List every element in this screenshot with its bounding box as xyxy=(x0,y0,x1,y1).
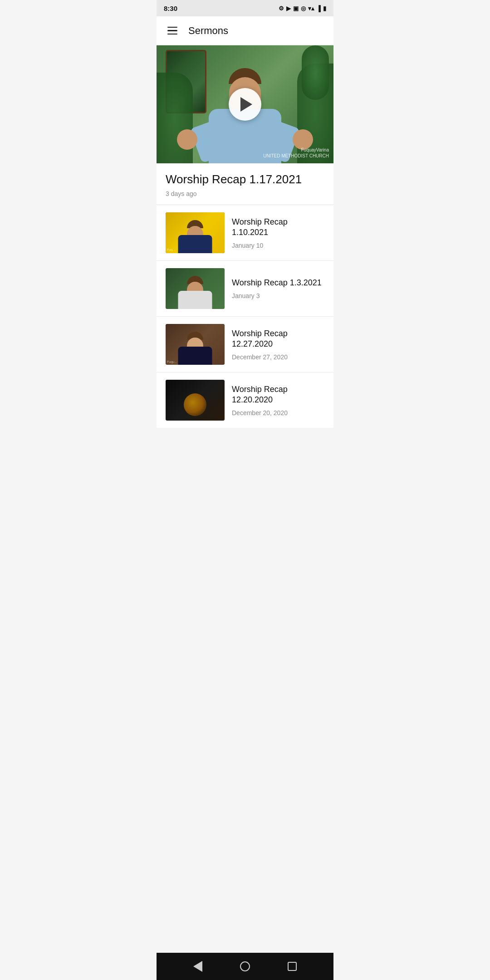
badge-icon: ◎ xyxy=(301,5,306,12)
thumb-bg: Fuqu... xyxy=(166,324,225,365)
status-right: ⚙ ▶ ▣ ◎ ▾▴ ▐ ▮ xyxy=(279,5,326,12)
status-left: 8:30 xyxy=(164,5,177,12)
play-button[interactable] xyxy=(229,88,261,121)
sermon-title: Worship Recap 1.3.2021 xyxy=(232,278,324,288)
wifi-icon: ▾▴ xyxy=(308,5,314,12)
thumb-watermark: Fuq... xyxy=(167,248,175,252)
bottom-spacer xyxy=(157,428,333,455)
plant-left xyxy=(157,73,193,163)
featured-sermon-info: Worship Recap 1.17.2021 3 days ago xyxy=(157,163,333,205)
thumb-bg xyxy=(166,268,225,309)
list-item[interactable]: Worship Recap 1.3.2021 January 3 xyxy=(157,261,333,317)
sermon-thumbnail xyxy=(166,268,225,309)
sermon-title: Worship Recap 12.20.2020 xyxy=(232,384,324,406)
sermon-thumbnail: Fuq... xyxy=(166,212,225,253)
page-title: Sermons xyxy=(188,25,228,37)
sermon-info: Worship Recap 12.27.2020 December 27, 20… xyxy=(225,328,324,361)
hamburger-line xyxy=(167,34,177,35)
thumb-bg xyxy=(166,380,225,421)
status-time: 8:30 xyxy=(164,5,177,12)
signal-icon: ▐ xyxy=(317,5,321,12)
sermon-date: December 27, 2020 xyxy=(232,353,324,361)
plant-top-right xyxy=(302,45,329,100)
sermon-info: Worship Recap 1.10.2021 January 10 xyxy=(225,217,324,249)
sermon-title: Worship Recap 1.10.2021 xyxy=(232,217,324,238)
sermon-date: January 3 xyxy=(232,292,324,299)
settings-icon: ⚙ xyxy=(279,5,284,12)
sermon-thumbnail xyxy=(166,380,225,421)
sermon-thumbnail: Fuqu... xyxy=(166,324,225,365)
menu-button[interactable] xyxy=(166,25,179,37)
play-icon: ▶ xyxy=(286,5,291,12)
featured-sermon-date: 3 days ago xyxy=(166,190,324,197)
list-item[interactable]: Fuq... Worship Recap 1.10.2021 January 1… xyxy=(157,205,333,261)
featured-sermon-title: Worship Recap 1.17.2021 xyxy=(166,172,324,186)
sermon-date: January 10 xyxy=(232,242,324,249)
sim-icon: ▣ xyxy=(293,5,299,12)
thumb-bg: Fuq... xyxy=(166,212,225,253)
battery-icon: ▮ xyxy=(323,5,326,12)
featured-video[interactable]: FuquayVarina UNITED METHODIST CHURCH xyxy=(157,45,333,163)
hamburger-line xyxy=(167,30,177,31)
sermon-title: Worship Recap 12.27.2020 xyxy=(232,328,324,350)
sermon-list: Fuq... Worship Recap 1.10.2021 January 1… xyxy=(157,205,333,428)
play-triangle-icon xyxy=(240,97,252,112)
sermon-date: December 20, 2020 xyxy=(232,409,324,416)
sermon-info: Worship Recap 12.20.2020 December 20, 20… xyxy=(225,384,324,416)
sermon-info: Worship Recap 1.3.2021 January 3 xyxy=(225,278,324,299)
video-watermark: FuquayVarina UNITED METHODIST CHURCH xyxy=(263,147,329,159)
list-item[interactable]: Fuqu... Worship Recap 12.27.2020 Decembe… xyxy=(157,317,333,372)
list-item[interactable]: Worship Recap 12.20.2020 December 20, 20… xyxy=(157,372,333,428)
header: Sermons xyxy=(157,16,333,45)
hamburger-line xyxy=(167,27,177,28)
person-hand-left xyxy=(177,129,197,150)
status-bar: 8:30 ⚙ ▶ ▣ ◎ ▾▴ ▐ ▮ xyxy=(157,0,333,16)
